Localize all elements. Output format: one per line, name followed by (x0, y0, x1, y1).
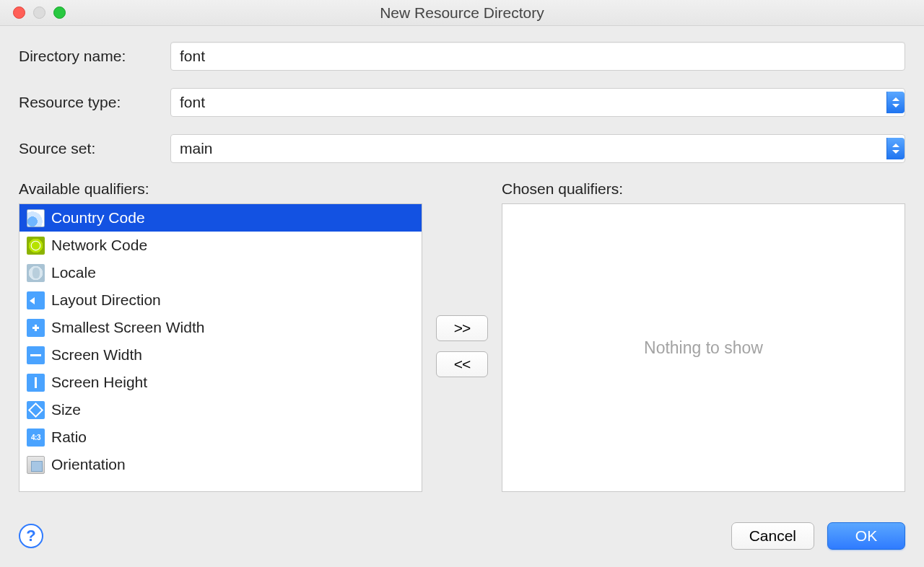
list-item-label: Size (51, 401, 81, 418)
resource-type-select[interactable]: font (170, 88, 905, 117)
chevron-down-icon (892, 104, 899, 107)
list-item-label: Layout Direction (51, 291, 161, 309)
chevron-up-icon (892, 144, 899, 147)
height-icon (27, 374, 45, 392)
size-icon (27, 401, 45, 419)
stepper-icon[interactable] (886, 138, 905, 159)
source-set-label: Source set: (19, 140, 170, 157)
list-item[interactable]: Orientation (19, 451, 422, 478)
cancel-button[interactable]: Cancel (731, 522, 814, 550)
chosen-qualifiers-label: Chosen qualifiers: (502, 180, 905, 198)
list-item-label: Screen Width (51, 346, 142, 364)
remove-qualifier-button[interactable]: << (436, 351, 488, 377)
list-item-label: Smallest Screen Width (51, 319, 204, 336)
list-item[interactable]: Ratio (19, 423, 422, 451)
list-item-label: Locale (51, 264, 96, 281)
list-item[interactable]: Smallest Screen Width (19, 314, 422, 341)
list-item[interactable]: Locale (19, 259, 422, 286)
footer: ? Cancel OK (0, 508, 924, 567)
stepper-icon[interactable] (886, 92, 905, 113)
list-item-label: Screen Height (51, 374, 147, 391)
list-item-label: Orientation (51, 456, 126, 473)
chevron-down-icon (892, 150, 899, 154)
ratio-icon (27, 428, 45, 447)
chevron-up-icon (892, 97, 899, 101)
window-title: New Resource Directory (0, 4, 924, 22)
empty-placeholder: Nothing to show (644, 338, 763, 358)
titlebar: New Resource Directory (0, 0, 924, 26)
directory-name-input[interactable] (170, 42, 905, 71)
network-icon (27, 237, 45, 255)
source-set-select[interactable]: main (170, 134, 905, 163)
source-set-value: main (180, 140, 886, 157)
layout-dir-icon (27, 291, 45, 309)
smallest-width-icon (27, 319, 45, 337)
list-item-label: Ratio (51, 428, 87, 446)
list-item[interactable]: Screen Height (19, 369, 422, 396)
list-item-label: Country Code (51, 209, 145, 227)
qualifiers-area: Available qualifiers: Country CodeNetwor… (0, 180, 924, 492)
list-item[interactable]: Size (19, 396, 422, 423)
form-area: Directory name: Resource type: font Sour… (0, 26, 924, 163)
available-qualifiers-label: Available qualifiers: (19, 180, 422, 198)
list-item[interactable]: Layout Direction (19, 286, 422, 314)
list-item[interactable]: Country Code (19, 204, 422, 232)
available-qualifiers-list[interactable]: Country CodeNetwork CodeLocaleLayout Dir… (19, 203, 422, 492)
width-icon (27, 346, 45, 364)
resource-type-label: Resource type: (19, 94, 170, 111)
list-item[interactable]: Network Code (19, 232, 422, 259)
globe-icon (27, 264, 45, 282)
add-qualifier-button[interactable]: >> (436, 315, 488, 341)
orientation-icon (27, 456, 45, 474)
page-icon (27, 209, 45, 227)
list-item[interactable]: Screen Width (19, 341, 422, 369)
help-button[interactable]: ? (19, 524, 43, 548)
resource-type-value: font (180, 94, 886, 111)
list-item-label: Network Code (51, 237, 147, 254)
ok-button[interactable]: OK (827, 522, 905, 550)
chosen-qualifiers-list[interactable]: Nothing to show (502, 203, 905, 492)
directory-name-label: Directory name: (19, 48, 170, 65)
